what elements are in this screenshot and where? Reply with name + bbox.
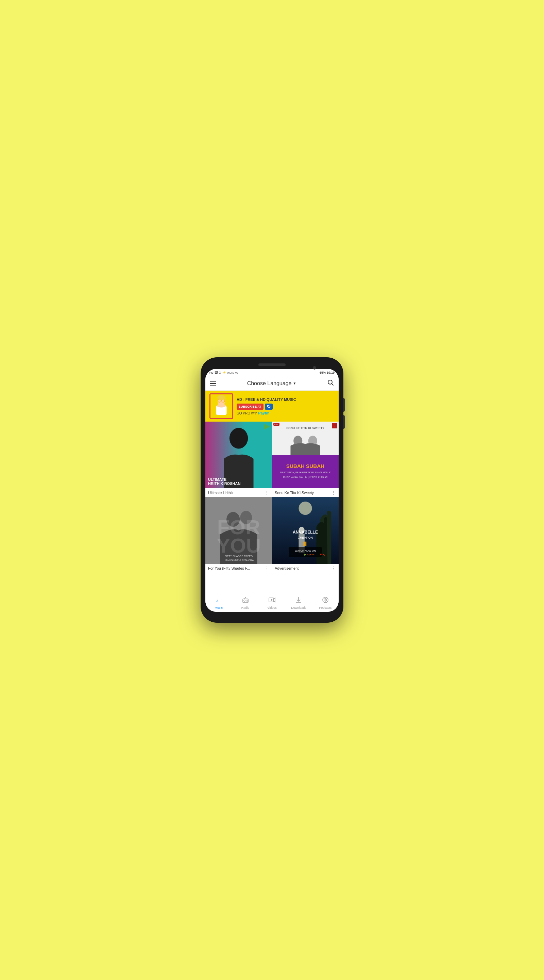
- play-icon-hrithik: [264, 424, 270, 431]
- svg-point-29: [298, 501, 312, 515]
- nav-music[interactable]: ♪ Music: [205, 596, 232, 609]
- bluetooth-icon: ⚡: [222, 371, 226, 374]
- svg-marker-12: [264, 424, 270, 430]
- svg-text:SUBAH SUBAH: SUBAH SUBAH: [286, 463, 325, 469]
- svg-line-1: [332, 384, 333, 385]
- status-left-icons: HD 🖼 ⊙ ⚡ VoLTE 4G: [209, 371, 238, 374]
- svg-marker-48: [271, 599, 273, 601]
- battery-level: 65%: [320, 371, 326, 374]
- downloads-nav-label: Downloads: [291, 606, 306, 609]
- go-pro-text: GO PRO with Paytm: [236, 411, 335, 415]
- main-content: AD - FREE & HD QUALITY MUSIC SUBSCRIBE A…: [205, 391, 339, 593]
- hamburger-line-2: [210, 383, 216, 384]
- svg-text:Play: Play: [320, 553, 325, 556]
- paytm-logo: Paytm: [258, 411, 269, 415]
- svg-text:ANNABELLE: ANNABELLE: [293, 530, 318, 535]
- svg-point-41: [244, 600, 245, 601]
- language-title: Choose Language: [247, 380, 292, 387]
- gallery-icon: 🖼: [214, 371, 217, 374]
- videos-nav-label: Videos: [267, 606, 276, 609]
- svg-rect-31: [304, 542, 307, 546]
- music-nav-label: Music: [214, 606, 223, 609]
- foryou-thumbnail: FOR YOU FIFTY SHADES FREED LIAM PAYNE & …: [205, 497, 272, 564]
- nav-videos[interactable]: Videos: [259, 596, 285, 609]
- music-nav-icon: ♪: [215, 596, 222, 605]
- hrithik-text: ULTIMATEHRITHIK ROSHAN: [208, 477, 240, 485]
- svg-text:ARIJIT SINGH, PRAKRITI KAKAR, : ARIJIT SINGH, PRAKRITI KAKAR, AMAAL MALL…: [280, 471, 331, 474]
- hrithik-label-row: Ultimate Hrithik ⋮: [205, 488, 272, 497]
- svg-text:hungama: hungama: [304, 553, 314, 556]
- downloads-nav-icon: [295, 596, 302, 605]
- radio-nav-icon: [242, 596, 249, 605]
- volume-down-button[interactable]: [343, 415, 345, 429]
- annabelle-title: Advertisement: [275, 566, 298, 570]
- svg-text:FIFTY SHADES FREED: FIFTY SHADES FREED: [225, 555, 253, 558]
- annabelle-more-button[interactable]: ⋮: [331, 566, 336, 571]
- foryou-title: For You (Fifty Shades F...: [208, 566, 250, 570]
- phone-screen: HD 🖼 ⊙ ⚡ VoLTE 4G 65% 10:19 Choose Langu…: [205, 369, 339, 612]
- svg-point-9: [217, 395, 225, 400]
- subscribe-row: SUBSCRIBE AT ₹0: [236, 404, 335, 410]
- podcasts-nav-icon: [322, 596, 329, 605]
- time-display: 10:19: [327, 371, 335, 374]
- foryou-item[interactable]: FOR YOU FIFTY SHADES FREED LIAM PAYNE & …: [205, 497, 272, 573]
- price-badge: ₹0: [265, 404, 273, 410]
- svg-point-53: [325, 600, 326, 601]
- sonu-item[interactable]: SONU KE TITU KI SWEETY SUBAH SUBAH ARIJI…: [272, 422, 339, 497]
- hamburger-line-3: [210, 385, 216, 385]
- svg-point-5: [217, 404, 226, 408]
- hrithik-more-button[interactable]: ⋮: [265, 490, 269, 495]
- hamburger-line-1: [210, 382, 216, 382]
- sonu-thumbnail: SONU KE TITU KI SWEETY SUBAH SUBAH ARIJI…: [272, 422, 339, 488]
- ad-text-content: AD - FREE & HD QUALITY MUSIC SUBSCRIBE A…: [236, 398, 335, 415]
- hrithik-thumbnail: ULTIMATEHRITHIK ROSHAN: [205, 422, 272, 488]
- annabelle-thumbnail: ANNABELLE CREATION WATCH NOW ON ▶ hungam…: [272, 497, 339, 564]
- volte-icon: VoLTE: [227, 372, 234, 374]
- status-bar: HD 🖼 ⊙ ⚡ VoLTE 4G 65% 10:19: [205, 369, 339, 376]
- svg-text:YOU: YOU: [217, 534, 261, 557]
- radio-nav-label: Radio: [241, 606, 249, 609]
- hd-icon: HD: [209, 371, 214, 374]
- bottom-navigation: ♪ Music Radio: [205, 593, 339, 612]
- phone-speaker: [259, 363, 285, 366]
- svg-text:CREATION: CREATION: [298, 536, 313, 539]
- nav-downloads[interactable]: Downloads: [285, 596, 312, 609]
- foryou-label-row: For You (Fifty Shades F... ⋮: [205, 564, 272, 573]
- sonu-label-row: Sonu Ke Titu Ki Sweety ⋮: [272, 488, 339, 497]
- dropdown-arrow-icon: ▼: [293, 382, 296, 385]
- nav-podcasts[interactable]: Podcasts: [312, 596, 339, 609]
- ad-person-image: [209, 393, 233, 419]
- language-selector[interactable]: Choose Language ▼: [247, 380, 297, 387]
- annabelle-item[interactable]: ANNABELLE CREATION WATCH NOW ON ▶ hungam…: [272, 497, 339, 573]
- podcasts-nav-label: Podcasts: [319, 606, 331, 609]
- svg-text:LIAM PAYNE & RITA ORA: LIAM PAYNE & RITA ORA: [224, 559, 254, 562]
- phone-frame: HD 🖼 ⊙ ⚡ VoLTE 4G 65% 10:19 Choose Langu…: [201, 357, 343, 623]
- volume-up-button[interactable]: [343, 398, 345, 412]
- music-grid: ULTIMATEHRITHIK ROSHAN Ultimate Hrithik: [205, 422, 339, 573]
- hrithik-item[interactable]: ULTIMATEHRITHIK ROSHAN Ultimate Hrithik: [205, 422, 272, 497]
- search-button[interactable]: [327, 379, 334, 388]
- rating-badge: U: [332, 423, 337, 428]
- svg-text:♪: ♪: [216, 598, 218, 603]
- top-navigation: Choose Language ▼: [205, 376, 339, 391]
- nav-radio[interactable]: Radio: [232, 596, 259, 609]
- phone-camera: [313, 366, 316, 369]
- wifi-icon: ⊙: [219, 371, 221, 374]
- svg-text:SONU KE TITU KI SWEETY: SONU KE TITU KI SWEETY: [286, 426, 324, 430]
- svg-text:MUSIC: AMAAL MALLIK  |  LYRICS: MUSIC: AMAAL MALLIK | LYRICS: KUMAAR: [283, 476, 328, 479]
- ad-banner[interactable]: AD - FREE & HD QUALITY MUSIC SUBSCRIBE A…: [205, 391, 339, 422]
- videos-nav-icon: [268, 596, 276, 605]
- ad-title: AD - FREE & HD QUALITY MUSIC: [236, 398, 335, 401]
- hrithik-title: Ultimate Hrithik: [208, 491, 233, 495]
- status-right-info: 65% 10:19: [320, 371, 335, 374]
- svg-text:WATCH NOW ON: WATCH NOW ON: [295, 549, 316, 552]
- subscribe-label: SUBSCRIBE AT: [236, 404, 263, 410]
- lte-icon: 4G: [235, 372, 238, 374]
- sonu-title: Sonu Ke Titu Ki Sweety: [275, 491, 314, 495]
- luv-badge: LUV: [273, 423, 279, 426]
- sonu-more-button[interactable]: ⋮: [331, 490, 336, 495]
- svg-point-11: [230, 428, 248, 449]
- annabelle-label-row: Advertisement ⋮: [272, 564, 339, 573]
- hamburger-menu[interactable]: [210, 382, 216, 385]
- foryou-more-button[interactable]: ⋮: [265, 566, 269, 571]
